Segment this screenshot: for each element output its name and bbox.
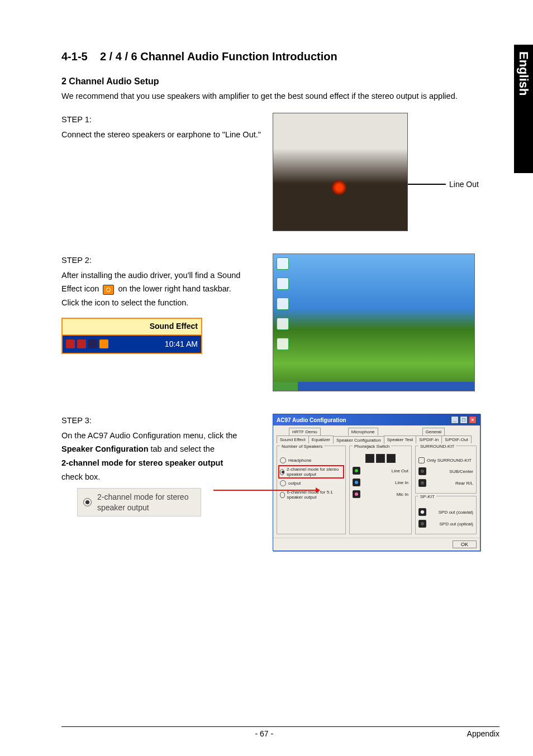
step-3-label: STEP 3: bbox=[61, 414, 263, 428]
jack-icon bbox=[418, 467, 426, 475]
opt-2channel-label: 2-channel mode for stereo speaker output bbox=[287, 467, 342, 477]
checkbox-example-label: 2-channel mode for stereospeaker output bbox=[97, 492, 188, 512]
group-speakers-title: Number of Speakers bbox=[280, 444, 324, 449]
page-content: 4-1-5 2 / 4 / 6 Channel Audio Function I… bbox=[0, 0, 533, 756]
right-column: SURROUND-KIT Only SURROUND-KIT SUB/Cente… bbox=[415, 446, 477, 534]
tab-general[interactable]: General bbox=[422, 428, 445, 436]
tab-speaker-test[interactable]: Speaker Test bbox=[384, 436, 417, 443]
sound-effect-icon bbox=[103, 285, 114, 295]
dialog-footer: OK bbox=[273, 538, 480, 551]
spd-opt: SPD out (optical) bbox=[418, 520, 473, 528]
desktop-icon bbox=[277, 257, 289, 270]
tray-clock: 10:41 AM bbox=[165, 338, 198, 351]
subsection-heading: 2 Channel Audio Setup bbox=[61, 76, 499, 87]
step-2-line2: Effect icon on the lower right hand task… bbox=[61, 282, 263, 296]
tab-row-bottom: Sound Effect Equalizer Speaker Configura… bbox=[277, 436, 477, 443]
jack-icon bbox=[353, 490, 360, 498]
opt-4channel[interactable]: output bbox=[280, 480, 342, 486]
radio-icon bbox=[83, 498, 92, 506]
group-phonejack-title: Phonejack Switch bbox=[353, 444, 391, 449]
tooltip-sound-effect: Sound Effect bbox=[63, 319, 201, 336]
intro-paragraph: We recommend that you use speakers with … bbox=[61, 90, 499, 103]
close-icon[interactable]: × bbox=[469, 416, 477, 424]
tab-hrtf[interactable]: HRTF Demo bbox=[289, 428, 321, 436]
only-surround[interactable]: Only SURROUND-KIT bbox=[418, 457, 473, 463]
line-out-callout: Line Out bbox=[408, 180, 479, 189]
group-phonejack: Phonejack Switch Line Out Line In Mic In bbox=[349, 446, 412, 534]
surround-rear: Rear R/L bbox=[418, 479, 473, 487]
minimize-icon[interactable]: _ bbox=[451, 416, 459, 424]
maximize-icon[interactable]: □ bbox=[460, 416, 468, 424]
taskbar-screenshot: Sound Effect 10:41 AM bbox=[61, 318, 202, 355]
spd-opt-label: SPD out (optical) bbox=[440, 521, 473, 527]
step-1-row: STEP 1: Connect the stereo speakers or e… bbox=[61, 113, 499, 231]
window-buttons: _□× bbox=[450, 416, 477, 424]
step-3-line1: On the AC97 Audio Configuration menu, cl… bbox=[61, 429, 263, 443]
footer-section: Appendix bbox=[467, 729, 499, 738]
step-3-bold2: 2-channel mode for stereo speaker output bbox=[61, 458, 223, 467]
opt-6channel-label: 6-channel mode for 5.1 speaker output bbox=[287, 490, 342, 500]
step-2-line2a: Effect icon bbox=[61, 284, 99, 293]
jack-icon bbox=[418, 520, 426, 528]
page-footer: - 67 - Appendix bbox=[61, 726, 499, 738]
desktop-screenshot bbox=[273, 253, 475, 391]
surround-rear-label: Rear R/L bbox=[455, 481, 473, 486]
ac97-dialog: AC97 Audio Configuration _□× HRTF Demo M… bbox=[273, 414, 480, 551]
step-1-body: Connect the stereo speakers or earphone … bbox=[61, 128, 263, 142]
step-2-text: STEP 2: After installing the audio drive… bbox=[61, 253, 263, 391]
tray-icon bbox=[88, 339, 97, 348]
ok-button[interactable]: OK bbox=[453, 540, 477, 548]
jack-lineout: Line Out bbox=[353, 467, 408, 475]
dialog-body: HRTF Demo Microphone General Sound Effec… bbox=[273, 425, 480, 538]
step-3-line2b: tab and select the bbox=[149, 444, 215, 453]
swatch-icon bbox=[387, 454, 396, 463]
desktop-icon bbox=[277, 277, 289, 290]
desktop-icon bbox=[277, 338, 289, 350]
callout-arrow bbox=[213, 490, 320, 491]
group-surround-title: SURROUND-KIT bbox=[418, 444, 456, 449]
jack-icon bbox=[353, 479, 360, 486]
opt-6channel[interactable]: 6-channel mode for 5.1 speaker output bbox=[280, 490, 342, 500]
desktop-icon bbox=[277, 318, 289, 330]
tab-spdif-in[interactable]: S/PDIF-In bbox=[416, 436, 442, 443]
jack-linein-label: Line In bbox=[395, 480, 408, 485]
desktop-icon bbox=[277, 298, 289, 310]
jack-micin: Mic In bbox=[353, 490, 408, 498]
spd-coax: SPD out (coaxial) bbox=[418, 508, 473, 516]
step-2-label: STEP 2: bbox=[61, 253, 263, 267]
step-3-line4: check box. bbox=[61, 470, 263, 484]
jack-linein: Line In bbox=[353, 479, 408, 486]
only-surround-label: Only SURROUND-KIT bbox=[427, 458, 472, 463]
group-surround: SURROUND-KIT Only SURROUND-KIT SUB/Cente… bbox=[415, 446, 477, 494]
opt-2channel[interactable]: 2-channel mode for stereo speaker output bbox=[280, 467, 342, 477]
surround-sub: SUB/Center bbox=[418, 467, 473, 475]
step-3-line2: Speaker Configuration tab and select the bbox=[61, 442, 263, 456]
line-out-label: Line Out bbox=[449, 180, 479, 189]
systray: 10:41 AM bbox=[63, 336, 201, 353]
jack-icon bbox=[418, 479, 426, 487]
opt-headphone[interactable]: Headphone bbox=[280, 457, 342, 463]
opt-4channel-label: output bbox=[288, 481, 301, 486]
tab-equalizer[interactable]: Equalizer bbox=[308, 436, 334, 443]
jack-micin-label: Mic In bbox=[397, 492, 408, 497]
swatch-icon bbox=[376, 454, 385, 463]
start-button bbox=[273, 382, 298, 391]
step-2-line3: Click the icon to select the function. bbox=[61, 296, 263, 310]
step-3-row: STEP 3: On the AC97 Audio Configuration … bbox=[61, 414, 499, 551]
line-out-jack-highlight bbox=[332, 180, 346, 195]
tab-speaker-configuration[interactable]: Speaker Configuration bbox=[333, 436, 384, 444]
step-2-line1: After installing the audio driver, you'l… bbox=[61, 269, 263, 283]
jack-icon bbox=[353, 467, 360, 475]
tab-microphone[interactable]: Microphone bbox=[348, 428, 378, 436]
tab-sound-effect[interactable]: Sound Effect bbox=[277, 436, 309, 443]
tab-spdif-out[interactable]: S/PDIF-Out bbox=[441, 436, 471, 443]
step-1-label: STEP 1: bbox=[61, 113, 263, 127]
desktop-taskbar bbox=[273, 382, 474, 391]
swatch-icon bbox=[365, 454, 374, 463]
step-2-row: STEP 2: After installing the audio drive… bbox=[61, 253, 499, 391]
spd-coax-label: SPD out (coaxial) bbox=[439, 510, 473, 515]
step-3-text: STEP 3: On the AC97 Audio Configuration … bbox=[61, 414, 263, 551]
group-spkit-title: SP-KIT bbox=[418, 494, 436, 499]
group-spkit: SP-KIT SPD out (coaxial) SPD out (optica… bbox=[415, 496, 477, 534]
dialog-titlebar: AC97 Audio Configuration _□× bbox=[273, 414, 480, 425]
